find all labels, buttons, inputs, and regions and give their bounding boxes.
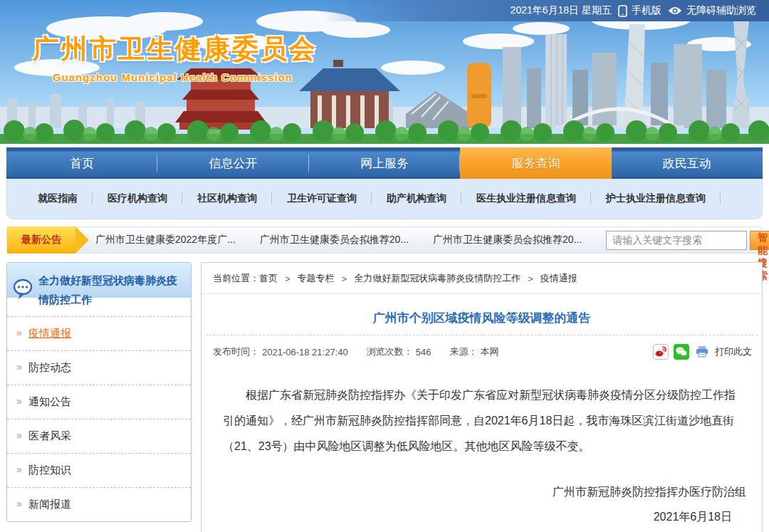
nav-tab-home[interactable]: 首页 xyxy=(6,147,157,179)
breadcrumb-link-home[interactable]: 首页 xyxy=(259,272,278,285)
search-box: 智能搜索 xyxy=(606,231,769,250)
accessibility-link[interactable]: 无障碍辅助浏览 xyxy=(668,4,756,17)
subnav-item-nurse-registration-query[interactable]: 护士执业注册信息查询 xyxy=(591,192,721,205)
nav-tab-public-interaction[interactable]: 政民互动 xyxy=(612,147,763,179)
print-link[interactable]: 打印此文 xyxy=(715,345,752,358)
view-count-label: 浏览次数： xyxy=(367,345,413,358)
topbar-date: 2021年6月18日 星期五 xyxy=(511,4,612,17)
eye-icon xyxy=(668,6,682,16)
subnav-item-community-institution-query[interactable]: 社区机构查询 xyxy=(182,192,272,205)
breadcrumb-link-special-topics[interactable]: 专题专栏 xyxy=(298,272,335,285)
article-meta: 发布时间： 2021-06-18 21:27:40 浏览次数： 546 来源： … xyxy=(202,335,762,364)
search-input[interactable] xyxy=(606,231,747,250)
announcement-link[interactable]: 广州市卫生健康委员会拟推荐20... xyxy=(433,234,582,246)
site-logo-title: 广州市卫生健康委员会 xyxy=(33,31,318,67)
site-logo[interactable]: 广州市卫生健康委员会 Guangzhou Municipal Health Co… xyxy=(33,31,318,83)
page: 2021年6月18日 星期五 手机版 无障碍辅助浏览 广州市卫生健康委员会 Gu… xyxy=(0,0,769,532)
nav-tab-info-disclosure[interactable]: 信息公开 xyxy=(157,147,308,179)
source-value: 本网 xyxy=(480,345,498,358)
latest-announcement-badge: 最新公告 xyxy=(7,226,75,254)
site-logo-subtitle: Guangzhou Municipal Health Commission xyxy=(53,71,318,83)
announcement-link[interactable]: 广州市卫生健康委员会拟推荐20... xyxy=(260,234,409,246)
breadcrumb-link-covid-prevention[interactable]: 全力做好新型冠状病毒肺炎疫情防控工作 xyxy=(354,272,520,285)
view-count-value: 546 xyxy=(416,347,431,358)
article-body: 根据广东省新冠肺炎防控指挥办《关于印发广东省应对新型冠状病毒肺炎疫情分区分级防控… xyxy=(202,364,762,459)
sidebar-header-label: 全力做好新型冠状病毒肺炎疫情防控工作 xyxy=(38,274,177,306)
speech-bubble-icon xyxy=(13,278,33,307)
announcement-bar: 最新公告 广州市卫生健康委2022年度广... 广州市卫生健康委员会拟推荐20.… xyxy=(6,226,763,254)
site-header: 2021年6月18日 星期五 手机版 无障碍辅助浏览 广州市卫生健康委员会 Gu… xyxy=(0,0,769,144)
breadcrumb-separator: > xyxy=(528,273,533,284)
article-title: 广州市个别区域疫情风险等级调整的通告 xyxy=(202,304,762,335)
sub-nav: 就医指南 医疗机构查询 社区机构查询 卫生许可证查询 助产机构查询 医生执业注册… xyxy=(6,179,763,219)
nav-tab-online-services[interactable]: 网上服务 xyxy=(309,147,460,179)
subnav-item-medical-guide[interactable]: 就医指南 xyxy=(23,192,93,205)
topbar: 2021年6月18日 星期五 手机版 无障碍辅助浏览 xyxy=(0,0,769,21)
sidebar-item-prevention-knowledge[interactable]: 防控知识 xyxy=(7,453,191,487)
print-icon[interactable] xyxy=(694,344,710,360)
subnav-item-medical-institution-query[interactable]: 医疗机构查询 xyxy=(93,192,182,205)
breadcrumb: 当前位置： 首页 > 专题专栏 > 全力做好新型冠状病毒肺炎疫情防控工作 > 疫… xyxy=(202,263,762,294)
subnav-item-hygiene-license-query[interactable]: 卫生许可证查询 xyxy=(272,192,372,205)
sidebar-header: 全力做好新型冠状病毒肺炎疫情防控工作 xyxy=(7,263,191,316)
sidebar-item-notices[interactable]: 通知公告 xyxy=(7,385,191,419)
sidebar: 全力做好新型冠状病毒肺炎疫情防控工作 疫情通报 防控动态 通知公告 医者风采 防… xyxy=(6,262,192,522)
main-area: 全力做好新型冠状病毒肺炎疫情防控工作 疫情通报 防控动态 通知公告 医者风采 防… xyxy=(6,262,763,532)
sidebar-item-prevention-updates[interactable]: 防控动态 xyxy=(7,350,191,385)
article-signature: 广州市新冠肺炎防控指挥办医疗防治组 xyxy=(202,485,762,500)
wechat-share-icon[interactable] xyxy=(674,344,689,360)
sidebar-item-medical-workers[interactable]: 医者风采 xyxy=(7,419,191,453)
announcement-link[interactable]: 广州市卫生健康委2022年度广... xyxy=(95,234,236,246)
breadcrumb-separator: > xyxy=(342,273,347,284)
mobile-version-link[interactable]: 手机版 xyxy=(618,4,661,17)
sidebar-list: 疫情通报 防控动态 通知公告 医者风采 防控知识 新闻报道 xyxy=(7,316,191,521)
article-date: 2021年6月18日 xyxy=(202,510,762,525)
phone-icon xyxy=(618,5,627,17)
subnav-item-doctor-registration-query[interactable]: 医生执业注册信息查询 xyxy=(461,192,591,205)
content-panel: 当前位置： 首页 > 专题专栏 > 全力做好新型冠状病毒肺炎疫情防控工作 > 疫… xyxy=(201,262,763,532)
sidebar-item-epidemic-report[interactable]: 疫情通报 xyxy=(7,316,191,350)
smart-search-button[interactable]: 智能搜索 xyxy=(750,231,769,250)
publish-time-value: 2021-06-18 21:27:40 xyxy=(262,347,348,358)
breadcrumb-separator: > xyxy=(285,273,291,284)
sidebar-item-news-reports[interactable]: 新闻报道 xyxy=(7,487,191,521)
source-label: 来源： xyxy=(449,345,477,358)
main-nav: 首页 信息公开 网上服务 服务查询 政民互动 xyxy=(6,147,763,179)
publish-time-label: 发布时间： xyxy=(213,345,259,358)
subnav-item-midwifery-institution-query[interactable]: 助产机构查询 xyxy=(372,192,461,205)
breadcrumb-label: 当前位置： xyxy=(213,272,259,285)
nav-tab-service-query[interactable]: 服务查询 xyxy=(460,147,611,179)
breadcrumb-link-epidemic-report[interactable]: 疫情通报 xyxy=(540,272,577,285)
weibo-share-icon[interactable] xyxy=(653,344,669,360)
